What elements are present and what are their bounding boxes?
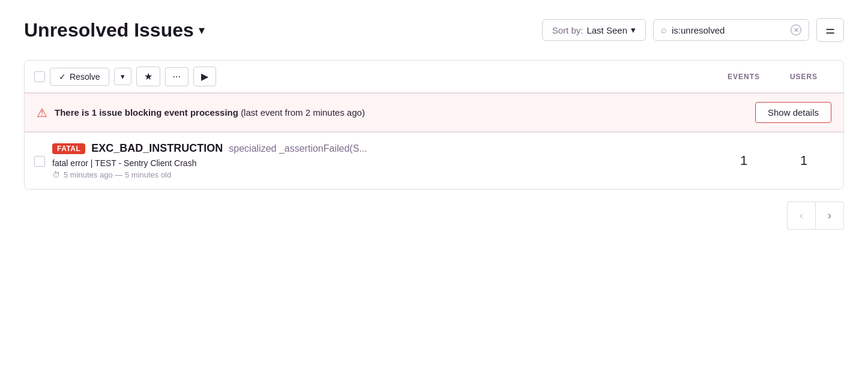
header-left: Unresolved Issues ▾	[24, 19, 205, 41]
bookmark-button[interactable]: ★	[136, 67, 160, 86]
users-count: 1	[774, 153, 834, 169]
page-title: Unresolved Issues	[24, 19, 194, 41]
search-icon: ⌕	[661, 25, 667, 35]
issue-meta: ⏱ 5 minutes ago — 5 minutes old	[52, 170, 714, 179]
issues-container: ✓ Resolve ▾ ★ ··· ▶ EVENTS USERS ⚠ There…	[24, 60, 844, 190]
more-icon: ···	[173, 71, 181, 82]
show-details-button[interactable]: Show details	[755, 102, 831, 123]
play-button[interactable]: ▶	[193, 67, 216, 86]
sort-value: Last Seen	[586, 25, 627, 35]
header-controls: Sort by: Last Seen ▾ ⌕ is:unresolved ✕ ⚌	[542, 18, 844, 42]
search-clear-icon[interactable]: ✕	[791, 25, 801, 35]
warning-icon: ⚠	[37, 106, 47, 120]
severity-badge: Fatal	[52, 143, 85, 154]
checkmark-icon: ✓	[59, 72, 66, 82]
issue-checkbox-area	[34, 155, 45, 167]
search-query: is:unresolved	[672, 25, 786, 35]
search-box[interactable]: ⌕ is:unresolved ✕	[653, 19, 809, 41]
users-column-header: USERS	[774, 69, 834, 85]
chevron-down-icon: ▾	[631, 25, 636, 35]
resolve-dropdown-button[interactable]: ▾	[114, 68, 131, 85]
issue-function[interactable]: specialized _assertionFailed(S...	[229, 143, 367, 154]
clock-icon: ⏱	[52, 170, 60, 179]
issue-stats: 1 1	[714, 153, 834, 169]
more-button[interactable]: ···	[165, 67, 188, 86]
play-icon: ▶	[201, 71, 208, 82]
filter-button[interactable]: ⚌	[816, 18, 844, 42]
page-header: Unresolved Issues ▾ Sort by: Last Seen ▾…	[24, 18, 844, 42]
issue-error-name[interactable]: EXC_BAD_INSTRUCTION	[91, 142, 223, 155]
select-all-checkbox[interactable]	[34, 71, 45, 82]
pagination: ‹ ›	[24, 201, 844, 230]
table-row: Fatal EXC_BAD_INSTRUCTION specialized _a…	[25, 132, 843, 189]
issue-content: Fatal EXC_BAD_INSTRUCTION specialized _a…	[52, 142, 714, 179]
events-count: 1	[714, 153, 774, 169]
issue-checkbox[interactable]	[34, 156, 45, 167]
resolve-button[interactable]: ✓ Resolve	[50, 68, 109, 86]
next-page-button[interactable]: ›	[815, 201, 844, 230]
alert-bold-text: There is 1 issue blocking event processi…	[55, 107, 238, 118]
sort-label: Sort by:	[552, 25, 583, 35]
prev-page-button[interactable]: ‹	[787, 201, 815, 230]
issue-meta-text: 5 minutes ago — 5 minutes old	[64, 170, 171, 179]
alert-text: There is 1 issue blocking event processi…	[55, 107, 365, 118]
alert-banner: ⚠ There is 1 issue blocking event proces…	[25, 93, 843, 132]
filter-icon: ⚌	[825, 23, 835, 37]
sort-dropdown[interactable]: Sort by: Last Seen ▾	[542, 19, 646, 41]
resolve-label: Resolve	[70, 72, 100, 82]
star-icon: ★	[144, 71, 152, 82]
alert-secondary-text: (last event from 2 minutes ago)	[241, 107, 365, 118]
alert-left: ⚠ There is 1 issue blocking event proces…	[37, 106, 365, 120]
issue-description[interactable]: fatal error | TEST - Sentry Client Crash	[52, 158, 714, 168]
title-dropdown-icon[interactable]: ▾	[199, 23, 205, 37]
events-column-header: EVENTS	[714, 69, 774, 85]
issue-title-row: Fatal EXC_BAD_INSTRUCTION specialized _a…	[52, 142, 714, 155]
